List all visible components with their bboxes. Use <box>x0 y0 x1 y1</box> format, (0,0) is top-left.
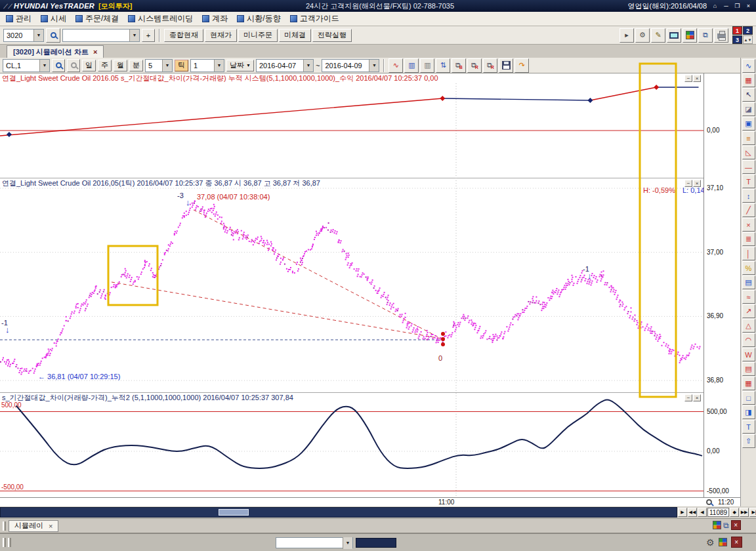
quick-button-3[interactable]: 미체결 <box>279 29 311 42</box>
cursor-icon[interactable]: ↖ <box>742 88 755 102</box>
panel-close-button[interactable]: × <box>693 75 701 82</box>
drag-handle[interactable] <box>8 538 11 547</box>
grid-tool-icon[interactable]: ▦ <box>742 377 755 390</box>
bottom-tab-simulation[interactable]: 시뮬레이 × <box>9 520 58 532</box>
home-icon[interactable]: ⌂ <box>711 2 719 10</box>
status-combo[interactable]: ▼ <box>276 537 353 548</box>
updown-arrow-icon[interactable]: ↕ <box>742 189 755 203</box>
period-week-button[interactable]: 주 <box>98 60 112 71</box>
menu-item-6[interactable]: 고객가이드 <box>287 12 345 26</box>
fibonacci-icon[interactable]: ▤ <box>742 276 755 289</box>
histogram-button[interactable]: ▥ <box>420 58 434 73</box>
menu-item-0[interactable]: 관리 <box>3 12 37 26</box>
screen-code-combo[interactable]: 3020 ▼ <box>3 29 44 42</box>
tab-simulation-chart[interactable]: [3020] 시뮬레이션 차트 × <box>7 45 104 58</box>
diamond-icon[interactable]: ◆ <box>730 508 739 517</box>
drag-handle[interactable] <box>3 521 6 531</box>
menu-item-2[interactable]: 주문/체결 <box>72 12 125 26</box>
note-tool-icon[interactable]: T <box>742 420 755 434</box>
new-window-icon[interactable]: ⧉ <box>723 521 729 530</box>
quick-button-1[interactable]: 현재가 <box>205 29 237 42</box>
panel-minimize-button[interactable]: − <box>684 180 692 187</box>
wave-tool-icon[interactable]: ≈ <box>742 290 755 304</box>
panel-close-button[interactable]: × <box>693 394 701 401</box>
arrow-line-icon[interactable]: ↗ <box>742 304 755 318</box>
quick-button-4[interactable]: 전략실행 <box>312 29 352 42</box>
expand-arrow-button[interactable]: ▸ <box>620 28 634 43</box>
half-rect-tool-icon[interactable]: ◨ <box>742 405 755 419</box>
period-minute-button[interactable]: 분 <box>129 60 143 71</box>
gear-icon[interactable]: ⚙ <box>706 537 715 548</box>
fast-backward-icon[interactable]: ◀◀ <box>688 508 697 517</box>
copy-data-button[interactable]: ⧉R <box>483 58 497 73</box>
copy-chart-button[interactable]: ⧉B <box>452 58 466 73</box>
chevron-down-icon[interactable]: ▼ <box>162 60 172 71</box>
text-tool-icon[interactable]: T <box>742 174 755 188</box>
rect-tool-icon[interactable]: □ <box>742 391 755 405</box>
step-forward-icon[interactable]: ▶ <box>678 508 687 517</box>
fast-forward-icon[interactable]: ▶▶ <box>740 508 749 517</box>
close-icon[interactable]: × <box>93 48 97 56</box>
chart-plot-area[interactable]: 연결_Light Sweet Crude Oil 2016.05 s_기간절대값… <box>0 73 704 497</box>
vertical-line-icon[interactable]: │ <box>742 247 755 260</box>
close-icon[interactable]: × <box>49 522 52 530</box>
minute-combo[interactable]: 5 ▼ <box>145 59 173 72</box>
chevron-down-icon[interactable]: ▼ <box>129 30 139 41</box>
workspace-button-2[interactable]: 2 <box>743 26 753 35</box>
bar-count-input[interactable]: 11089 <box>707 508 729 517</box>
panel-close-button[interactable]: × <box>693 180 701 187</box>
export-button[interactable]: ↷ <box>514 58 529 73</box>
zoom-icon[interactable] <box>706 499 712 506</box>
chevron-down-icon[interactable]: ▼ <box>33 30 43 41</box>
close-icon[interactable]: × <box>744 2 753 10</box>
s-curve-tool-icon[interactable]: ∿ <box>742 59 755 73</box>
save-button[interactable] <box>499 58 513 73</box>
chevron-down-icon[interactable]: ▼ <box>369 60 379 71</box>
chart-grid-icon[interactable]: ▦ <box>742 73 755 87</box>
panel-minimize-button[interactable]: − <box>684 394 692 401</box>
zoom-box-icon[interactable]: ▣ <box>742 117 755 131</box>
monitor-button[interactable] <box>667 28 681 43</box>
dual-screen-button[interactable]: ⧉ <box>698 28 713 43</box>
menu-item-4[interactable]: 계좌 <box>199 12 234 26</box>
chevron-down-icon[interactable]: ▼ <box>303 60 313 71</box>
trendline-icon[interactable]: ╱ <box>742 203 755 217</box>
step-backward-icon[interactable]: ◀ <box>698 508 707 517</box>
quick-button-2[interactable]: 미니주문 <box>238 29 278 42</box>
workspace-button-3[interactable]: 3 <box>732 35 742 44</box>
date-to-combo[interactable]: 2016-04-09 ▼ <box>322 59 379 72</box>
add-screen-button[interactable]: + <box>142 29 155 42</box>
printer-button[interactable] <box>714 28 728 43</box>
multi-line-icon[interactable]: ≣ <box>742 232 755 246</box>
drag-handle[interactable] <box>3 538 6 547</box>
skip-to-end-icon[interactable]: ▶| <box>749 508 756 517</box>
bar-chart-button[interactable]: ▥ <box>404 58 419 73</box>
zoom-out-button[interactable] <box>67 59 80 72</box>
edit-settings-button[interactable]: ✎ <box>651 28 665 43</box>
period-month-button[interactable]: 월 <box>114 60 127 71</box>
panel-minimize-button[interactable]: − <box>684 75 692 82</box>
eraser-icon[interactable]: ◪ <box>742 102 755 116</box>
tick-combo[interactable]: 1 ▼ <box>190 59 224 72</box>
chevron-down-icon[interactable]: ▼ <box>39 60 49 71</box>
chevron-down-icon[interactable]: ▼ <box>343 537 352 549</box>
close-icon[interactable]: × <box>731 537 742 548</box>
date-from-combo[interactable]: 2016-04-07 ▼ <box>256 59 314 72</box>
symbol-combo[interactable]: CL,1 ▼ <box>3 59 50 72</box>
layout-grid-icon[interactable] <box>719 538 727 546</box>
scrollbar-track[interactable] <box>0 507 677 518</box>
menu-item-3[interactable]: 시스템트레이딩 <box>125 12 199 26</box>
search-button[interactable] <box>46 28 60 43</box>
date-button[interactable]: 날짜▼ <box>226 60 254 71</box>
list-settings-icon[interactable]: ≡ <box>742 131 755 145</box>
workspace-arrows[interactable]: ▲▼ <box>743 35 753 44</box>
angle-tool-icon[interactable]: ◺ <box>742 146 755 159</box>
swap-scale-button[interactable]: ⇅ <box>436 58 450 73</box>
period-tick-button[interactable]: 틱 <box>175 60 188 71</box>
arc-tool-icon[interactable]: ◠ <box>742 333 755 347</box>
menu-item-5[interactable]: 시황/동향 <box>234 12 286 26</box>
percent-tool-icon[interactable]: % <box>742 261 755 275</box>
menu-item-1[interactable]: 시세 <box>37 12 72 26</box>
maximize-icon[interactable]: ❐ <box>733 2 742 10</box>
workspace-button-1[interactable]: 1 <box>732 26 742 35</box>
